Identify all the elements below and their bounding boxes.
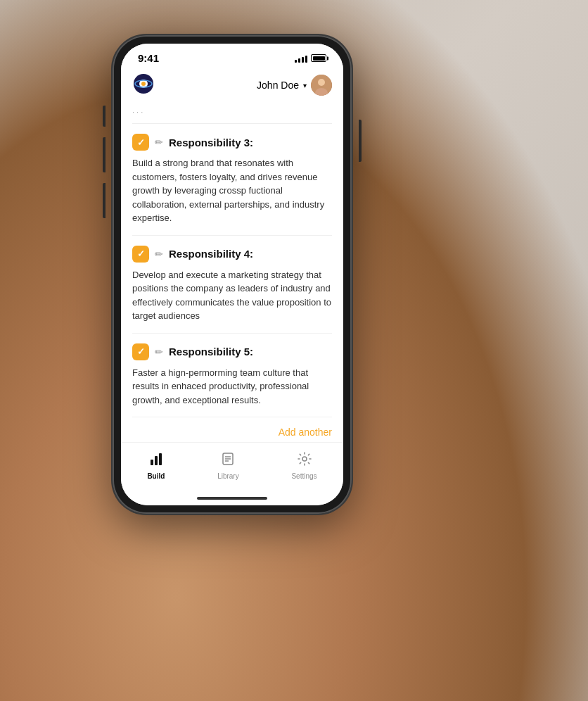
responsibility-title-5: Responsibility 5: xyxy=(169,346,253,358)
add-another-button[interactable]: Add another xyxy=(279,427,332,438)
responsibility-title-3: Responsibility 3: xyxy=(169,137,253,149)
nav-item-build[interactable]: Build xyxy=(136,448,176,483)
responsibility-text-5: Faster a hign-permorming team culture th… xyxy=(132,366,332,408)
responsibility-text-4: Develop and execute a marketing strategy… xyxy=(132,268,332,323)
edit-icon-5[interactable]: ✏ xyxy=(155,346,163,358)
chevron-down-icon: ▾ xyxy=(303,82,307,89)
signal-icon xyxy=(295,54,307,63)
phone-frame: 9:41 xyxy=(113,35,352,514)
check-icon-4: ✓ xyxy=(137,248,145,259)
check-badge-4: ✓ xyxy=(132,246,149,263)
app-logo xyxy=(132,72,155,98)
responsibility-item-4: ✓ ✏ Responsibility 4: Develop and execut… xyxy=(132,236,332,334)
responsibility-header-3: ✓ ✏ Responsibility 3: xyxy=(132,134,332,151)
mute-button xyxy=(103,106,106,127)
status-time: 9:41 xyxy=(138,52,159,64)
user-section[interactable]: John Doe ▾ xyxy=(257,75,332,96)
check-badge-5: ✓ xyxy=(132,343,149,360)
volume-down-button xyxy=(103,183,106,218)
phone-screen: 9:41 xyxy=(121,44,343,505)
user-name-label: John Doe xyxy=(257,80,299,91)
power-button xyxy=(359,120,362,162)
home-indicator xyxy=(121,491,343,505)
add-another-section: Add another xyxy=(132,417,332,442)
svg-rect-8 xyxy=(155,456,158,465)
nav-item-settings[interactable]: Settings xyxy=(280,448,328,483)
status-icons xyxy=(295,54,326,63)
nav-label-library: Library xyxy=(217,472,239,480)
settings-icon xyxy=(297,451,312,470)
build-icon xyxy=(148,451,164,470)
battery-icon xyxy=(311,54,326,62)
nav-label-build: Build xyxy=(147,472,165,480)
responsibility-header-4: ✓ ✏ Responsibility 4: xyxy=(132,246,332,263)
status-bar: 9:41 xyxy=(121,44,343,67)
progress-hint: · · · xyxy=(132,103,332,124)
svg-point-5 xyxy=(318,79,325,86)
content-area: · · · ✓ ✏ Responsibility 3: Build a stro… xyxy=(121,103,343,442)
responsibility-header-5: ✓ ✏ Responsibility 5: xyxy=(132,343,332,360)
responsibility-item-5: ✓ ✏ Responsibility 5: Faster a hign-perm… xyxy=(132,334,332,418)
edit-icon-3[interactable]: ✏ xyxy=(155,137,163,148)
nav-item-library[interactable]: Library xyxy=(206,448,250,483)
avatar xyxy=(311,75,332,96)
scene: 9:41 xyxy=(0,0,588,701)
responsibility-text-3: Build a strong brand that resonates with… xyxy=(132,156,332,225)
nav-label-settings: Settings xyxy=(291,472,317,480)
responsibility-title-4: Responsibility 4: xyxy=(169,248,253,260)
progress-text: · · · xyxy=(132,108,143,116)
bottom-nav: Build Library xyxy=(121,442,343,491)
edit-icon-4[interactable]: ✏ xyxy=(155,248,163,260)
responsibility-item-3: ✓ ✏ Responsibility 3: Build a strong bra… xyxy=(132,124,332,236)
svg-point-14 xyxy=(302,457,307,461)
check-icon-5: ✓ xyxy=(137,346,145,357)
check-badge-3: ✓ xyxy=(132,134,149,151)
app-header: John Doe ▾ xyxy=(121,67,343,103)
library-icon xyxy=(220,451,236,470)
svg-rect-9 xyxy=(159,453,162,465)
home-bar xyxy=(197,497,267,500)
volume-up-button xyxy=(103,137,106,172)
check-icon-3: ✓ xyxy=(137,137,145,148)
svg-point-2 xyxy=(141,82,146,86)
svg-rect-7 xyxy=(151,460,153,465)
